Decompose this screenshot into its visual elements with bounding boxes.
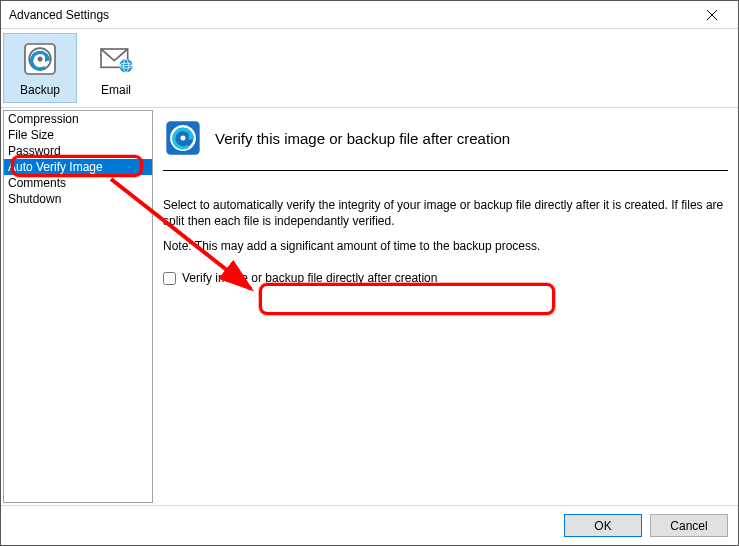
toolbar: Backup Email bbox=[1, 29, 738, 107]
content-description: Select to automatically verify the integ… bbox=[163, 197, 728, 229]
svg-point-13 bbox=[181, 136, 186, 141]
content-header: Verify this image or backup file after c… bbox=[163, 114, 728, 170]
verify-checkbox[interactable] bbox=[163, 272, 176, 285]
content-title: Verify this image or backup file after c… bbox=[215, 130, 510, 147]
titlebar: Advanced Settings bbox=[1, 1, 738, 29]
sidebar-item-file-size[interactable]: File Size bbox=[4, 127, 152, 143]
disk-refresh-icon bbox=[163, 118, 203, 158]
toolbar-item-label: Email bbox=[101, 83, 131, 97]
content-pane: Verify this image or backup file after c… bbox=[153, 108, 738, 505]
close-icon bbox=[707, 10, 717, 20]
envelope-globe-icon bbox=[96, 39, 136, 79]
sidebar-item-compression[interactable]: Compression bbox=[4, 111, 152, 127]
ok-button[interactable]: OK bbox=[564, 514, 642, 537]
cancel-button[interactable]: Cancel bbox=[650, 514, 728, 537]
verify-checkbox-row[interactable]: Verify image or backup file directly aft… bbox=[163, 269, 728, 287]
sidebar-item-shutdown[interactable]: Shutdown bbox=[4, 191, 152, 207]
sidebar-item-auto-verify-image[interactable]: Auto Verify Image bbox=[4, 159, 152, 175]
disk-refresh-icon bbox=[20, 39, 60, 79]
divider bbox=[163, 170, 728, 171]
advanced-settings-window: Advanced Settings Backup bbox=[0, 0, 739, 546]
verify-checkbox-label: Verify image or backup file directly aft… bbox=[182, 271, 437, 285]
content-note: Note: This may add a significant amount … bbox=[163, 239, 728, 253]
sidebar: Compression File Size Password Auto Veri… bbox=[3, 110, 153, 503]
toolbar-item-label: Backup bbox=[20, 83, 60, 97]
svg-point-4 bbox=[38, 57, 43, 62]
sidebar-item-password[interactable]: Password bbox=[4, 143, 152, 159]
sidebar-item-comments[interactable]: Comments bbox=[4, 175, 152, 191]
close-button[interactable] bbox=[692, 2, 732, 28]
body-area: Compression File Size Password Auto Veri… bbox=[1, 107, 738, 505]
footer: OK Cancel bbox=[1, 505, 738, 545]
toolbar-item-backup[interactable]: Backup bbox=[3, 33, 77, 103]
window-title: Advanced Settings bbox=[9, 8, 109, 22]
toolbar-item-email[interactable]: Email bbox=[79, 33, 153, 103]
